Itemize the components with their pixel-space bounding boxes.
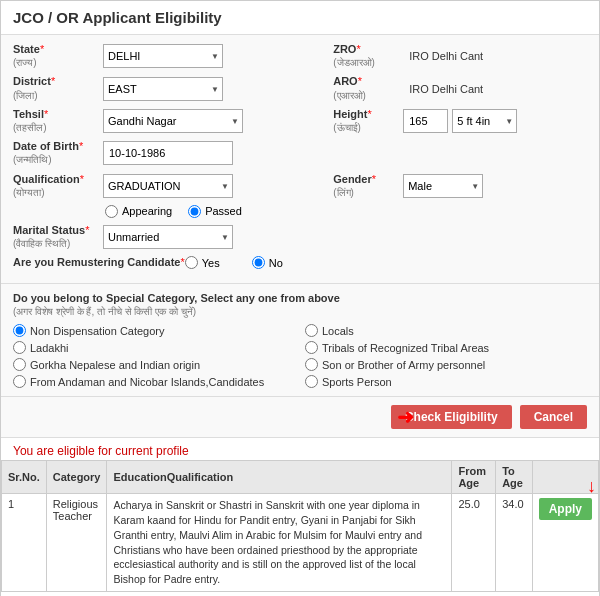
special-cat-title: Do you belong to Special Category, Selec… <box>13 292 587 304</box>
remustering-yes-label: Yes <box>202 257 220 269</box>
category-locals[interactable]: Locals <box>305 324 587 337</box>
zro-label-hi: (जेडआरओ) <box>333 57 375 68</box>
gender-select[interactable]: Male <box>403 174 483 198</box>
cell-education: Acharya in Sanskrit or Shastri in Sanskr… <box>107 494 452 591</box>
apply-button[interactable]: Apply <box>539 498 592 520</box>
aro-value: IRO Delhi Cant <box>403 83 483 95</box>
remustering-yes-option[interactable]: Yes <box>185 256 220 269</box>
special-cat-sub: (अगर विशेष श्रेणी के हैं, तो नीचे से किस… <box>13 306 587 318</box>
col-to-age: To Age <box>496 461 532 494</box>
cell-from-age: 25.0 <box>452 494 496 591</box>
dob-label-hi: (जन्मतिथि) <box>13 154 52 165</box>
zro-label: ZRO <box>333 43 356 55</box>
appearing-option[interactable]: Appearing <box>105 205 172 218</box>
marital-select[interactable]: Unmarried <box>103 225 233 249</box>
state-label-hi: (राज्य) <box>13 57 37 68</box>
page-title: JCO / OR Applicant Eligibility <box>1 1 599 35</box>
zro-value: IRO Delhi Cant <box>403 50 483 62</box>
dob-input[interactable] <box>103 141 233 165</box>
category-non-dispensation[interactable]: Non Dispensation Category <box>13 324 295 337</box>
category-gorkha[interactable]: Gorkha Nepalese and Indian origin <box>13 358 295 371</box>
height-input[interactable] <box>403 109 448 133</box>
table-row: 1 ReligiousTeacher Acharya in Sanskrit o… <box>2 494 599 591</box>
passed-label: Passed <box>205 205 242 217</box>
col-category: Category <box>46 461 107 494</box>
gender-label: Gender <box>333 173 372 185</box>
marital-label-hi: (वैवाहिक स्थिति) <box>13 238 70 249</box>
check-eligibility-button[interactable]: Check Eligibility <box>391 405 512 429</box>
passed-radio[interactable] <box>188 205 201 218</box>
state-select[interactable]: DELHI <box>103 44 223 68</box>
category-sports[interactable]: Sports Person <box>305 375 587 388</box>
category-ladakhi[interactable]: Ladakhi <box>13 341 295 354</box>
height-label: Height <box>333 108 367 120</box>
gender-label-hi: (लिंग) <box>333 187 354 198</box>
cell-srno: 1 <box>2 494 47 591</box>
cell-category: ReligiousTeacher <box>46 494 107 591</box>
category-tribals[interactable]: Tribals of Recognized Tribal Areas <box>305 341 587 354</box>
remustering-label: Are you Remustering Candidate <box>13 256 180 268</box>
district-label-hi: (जिला) <box>13 90 38 101</box>
tehsil-label: Tehsil <box>13 108 44 120</box>
qualification-select[interactable]: GRADUATION <box>103 174 233 198</box>
tehsil-label-hi: (तहसील) <box>13 122 47 133</box>
marital-label: Marital Status <box>13 224 85 236</box>
cell-apply: ↓ Apply <box>532 494 598 591</box>
aro-label-hi: (एआरओ) <box>333 90 366 101</box>
dob-label: Date of Birth <box>13 140 79 152</box>
tehsil-select[interactable]: Gandhi Nagar <box>103 109 243 133</box>
results-table: Sr.No. Category EducationQualification F… <box>1 460 599 591</box>
remustering-no-radio[interactable] <box>252 256 265 269</box>
remustering-yes-radio[interactable] <box>185 256 198 269</box>
results-section: You are eligible for current profile Sr.… <box>1 438 599 596</box>
passed-option[interactable]: Passed <box>188 205 242 218</box>
qualification-label: Qualification <box>13 173 80 185</box>
cancel-button[interactable]: Cancel <box>520 405 587 429</box>
qualification-label-hi: (योग्यता) <box>13 187 45 198</box>
remustering-no-label: No <box>269 257 283 269</box>
col-srno: Sr.No. <box>2 461 47 494</box>
button-row: ➜ Check Eligibility Cancel <box>1 397 599 438</box>
state-label: State <box>13 43 40 55</box>
category-son-brother[interactable]: Son or Brother of Army personnel <box>305 358 587 371</box>
col-education: EducationQualification <box>107 461 452 494</box>
height-label-hi: (ऊंचाई) <box>333 122 361 133</box>
appearing-label: Appearing <box>122 205 172 217</box>
remustering-no-option[interactable]: No <box>252 256 283 269</box>
height-unit-select[interactable]: 5 ft 4in <box>452 109 517 133</box>
district-select[interactable]: EAST <box>103 77 223 101</box>
aro-label: ARO <box>333 75 357 87</box>
appearing-radio[interactable] <box>105 205 118 218</box>
category-andaman[interactable]: From Andaman and Nicobar Islands,Candida… <box>13 375 295 388</box>
col-from-age: From Age <box>452 461 496 494</box>
cell-to-age: 34.0 <box>496 494 532 591</box>
eligibility-message: You are eligible for current profile <box>1 438 599 460</box>
district-label: District <box>13 75 51 87</box>
